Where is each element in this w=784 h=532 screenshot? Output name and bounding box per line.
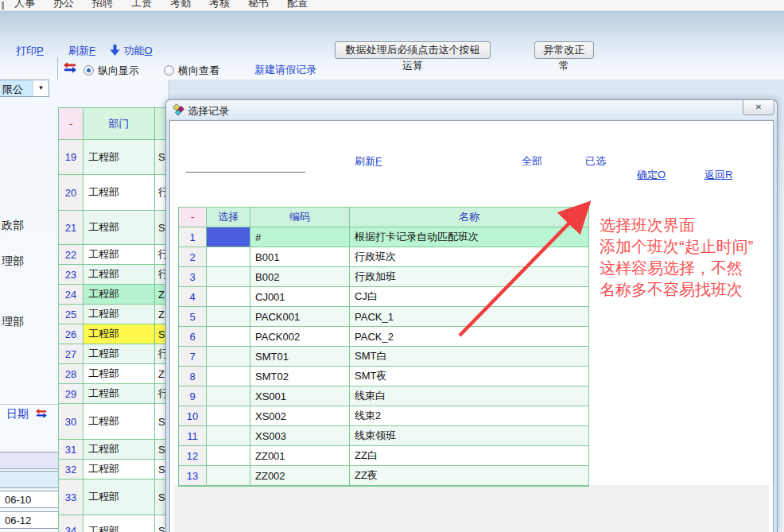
name-cell[interactable]: SMT夜 — [350, 367, 588, 386]
tree-item[interactable]: 理部 — [2, 315, 24, 329]
row-number-cell[interactable]: 27 — [59, 344, 83, 364]
code-cell[interactable]: # — [250, 227, 350, 247]
table-row[interactable]: 27工程部行 — [59, 344, 169, 364]
table-row[interactable]: 32工程部S — [59, 460, 169, 480]
row-number-cell[interactable]: 24 — [59, 285, 83, 305]
table-row[interactable]: 1#根据打卡记录自动匹配班次 — [179, 227, 588, 247]
dept-cell[interactable]: 工程部 — [83, 404, 155, 440]
tree-item[interactable]: 理部 — [2, 254, 24, 269]
dept-cell[interactable]: 工程部 — [83, 460, 155, 480]
name-header-cell[interactable]: 名称 — [350, 208, 588, 227]
combo-arrow-icon[interactable]: ▼ — [33, 80, 49, 96]
select-cell[interactable] — [207, 466, 250, 486]
row-number-cell[interactable]: 13 — [179, 466, 207, 486]
row-number-cell[interactable]: 19 — [59, 140, 83, 175]
table-row[interactable]: 34工程部S — [59, 515, 169, 532]
table-row[interactable]: 28工程部Z — [59, 364, 169, 384]
all-link[interactable]: 全部 — [522, 154, 542, 169]
row-number-cell[interactable]: 29 — [59, 384, 83, 404]
table-row[interactable]: 20工程部行 — [59, 175, 169, 211]
select-cell[interactable] — [207, 307, 250, 327]
select-cell[interactable] — [207, 446, 250, 466]
table-row[interactable]: 11XS003线束领班 — [179, 426, 588, 446]
code-cell[interactable]: ZZ001 — [250, 446, 350, 466]
process-data-button[interactable]: 数据处理后必须点击这个按钮运算 — [335, 41, 491, 59]
code-cell[interactable]: CJ001 — [250, 287, 350, 307]
row-number-cell[interactable]: 9 — [179, 386, 207, 406]
code-cell[interactable]: XS001 — [250, 386, 350, 406]
table-row[interactable]: 3B002行政加班 — [179, 267, 588, 287]
row-number-cell[interactable]: 10 — [179, 406, 207, 426]
table-row[interactable]: 5PACK001PACK_1 — [179, 307, 588, 327]
table-row[interactable]: 6PACK002PACK_2 — [179, 327, 588, 347]
menu-item[interactable]: 人事 — [14, 0, 35, 10]
name-cell[interactable]: 线束2 — [350, 406, 588, 426]
menu-item[interactable]: 秘书 — [248, 0, 269, 10]
dept-cell[interactable]: 工程部 — [83, 140, 155, 175]
table-row[interactable]: 26工程部S — [59, 324, 169, 344]
row-number-cell[interactable]: 12 — [179, 446, 207, 466]
print-link[interactable]: 打印P — [16, 44, 44, 58]
row-number-cell[interactable]: 30 — [59, 404, 83, 440]
name-cell[interactable]: 行政加班 — [350, 267, 588, 287]
dept-cell[interactable]: 工程部 — [83, 324, 155, 344]
select-cell[interactable] — [207, 267, 250, 287]
select-cell[interactable] — [207, 287, 250, 307]
table-row[interactable]: 10XS002线束2 — [179, 406, 588, 426]
dept-cell[interactable]: 工程部 — [83, 211, 155, 245]
date-swap-icon[interactable] — [36, 407, 47, 421]
company-combo[interactable]: 限公司 ▼ — [0, 80, 49, 97]
menu-item[interactable]: 办公 — [53, 0, 74, 10]
dept-cell[interactable]: 工程部 — [83, 364, 155, 384]
code-header-cell[interactable]: 编码 — [250, 208, 350, 227]
name-cell[interactable]: ZZ夜 — [350, 466, 588, 486]
new-leave-record-link[interactable]: 新建请假记录 — [254, 63, 316, 77]
dept-cell[interactable]: 工程部 — [83, 440, 155, 460]
row-number-cell[interactable]: 26 — [59, 324, 83, 344]
back-link[interactable]: 返回R — [704, 168, 732, 182]
dept-cell[interactable]: 工程部 — [83, 344, 155, 364]
select-header-cell[interactable]: 选择 — [207, 208, 250, 227]
row-number-cell[interactable]: 11 — [179, 426, 207, 446]
table-row[interactable]: 2B001行政班次 — [179, 247, 588, 267]
swap-direction-icon[interactable] — [64, 62, 76, 76]
menu-item[interactable]: 工资 — [131, 0, 152, 10]
search-input[interactable] — [186, 157, 305, 173]
code-cell[interactable]: B002 — [250, 267, 350, 287]
row-number-cell[interactable]: 32 — [59, 460, 83, 480]
table-row[interactable]: 4CJ001CJ白 — [179, 287, 588, 307]
name-cell[interactable]: PACK_2 — [350, 327, 588, 347]
select-cell[interactable] — [207, 327, 250, 347]
menu-item[interactable]: 考勤 — [170, 0, 191, 10]
table-row[interactable]: 24工程部Z — [59, 285, 169, 305]
menu-item[interactable]: 配置 — [287, 0, 308, 10]
dept-header-cell[interactable]: 部门 — [83, 108, 155, 140]
row-number-cell[interactable]: 3 — [179, 267, 207, 287]
dept-cell[interactable]: 工程部 — [83, 480, 155, 515]
code-cell[interactable]: SMT02 — [250, 367, 350, 386]
row-number-cell[interactable]: 4 — [179, 287, 207, 307]
ok-link[interactable]: 确定O — [637, 168, 666, 182]
name-cell[interactable]: 行政班次 — [350, 247, 588, 267]
table-row[interactable]: 7SMT01SMT白 — [179, 347, 588, 367]
dept-cell[interactable]: 工程部 — [83, 515, 155, 532]
close-icon[interactable]: ✕ — [743, 100, 774, 115]
select-cell[interactable] — [207, 386, 250, 406]
name-cell[interactable]: 线束领班 — [350, 426, 588, 446]
selected-link[interactable]: 已选 — [585, 154, 606, 169]
table-row[interactable]: 21工程部S — [59, 211, 169, 245]
row-number-cell[interactable]: 25 — [59, 305, 83, 324]
row-number-cell[interactable]: 31 — [59, 440, 83, 460]
dialog-titlebar[interactable]: 选择记录 ✕ — [166, 100, 777, 119]
row-number-cell[interactable]: 2 — [179, 247, 207, 267]
dept-cell[interactable]: 工程部 — [83, 175, 155, 211]
table-row[interactable]: 29工程部行 — [59, 384, 169, 404]
code-cell[interactable]: PACK002 — [250, 327, 350, 347]
select-cell[interactable] — [207, 227, 250, 247]
select-cell[interactable] — [207, 426, 250, 446]
name-cell[interactable]: 根据打卡记录自动匹配班次 — [350, 227, 588, 247]
row-number-cell[interactable]: 22 — [59, 245, 83, 265]
horizontal-view-radio[interactable]: 横向查看 — [164, 63, 219, 78]
table-row[interactable]: 30工程部S — [59, 404, 169, 440]
code-cell[interactable]: XS002 — [250, 406, 350, 426]
